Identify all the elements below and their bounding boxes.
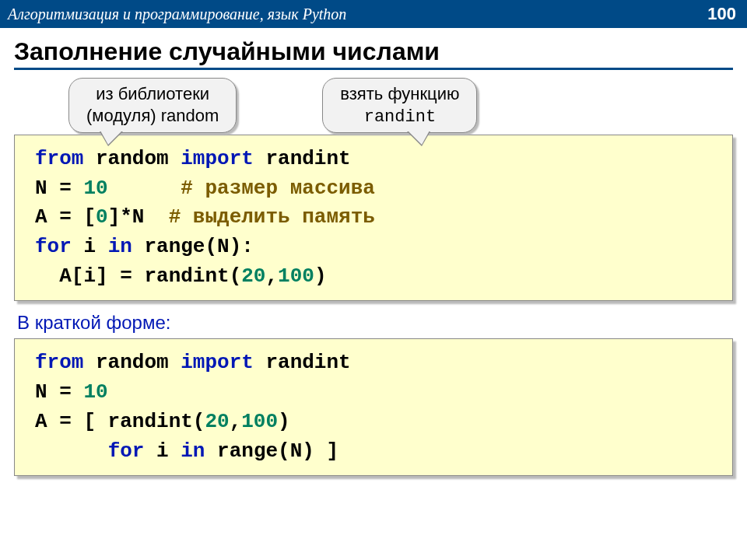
callout-library-line1: из библиотеки: [96, 84, 209, 103]
code-number: 10: [83, 177, 107, 200]
callout-function-line1: взять функцию: [340, 84, 459, 103]
code-block-2: from random import randint N = 10 A = [ …: [14, 338, 733, 476]
code-kw: from: [35, 147, 96, 170]
code-text: ,: [230, 410, 242, 433]
header-title: Алгоритмизация и программирование, язык …: [8, 5, 346, 23]
code-comment: # выделить память: [169, 205, 375, 229]
code-number: 20: [241, 264, 265, 288]
code-text: randint: [265, 147, 350, 170]
code-text: i: [83, 235, 107, 258]
code-kw: in: [181, 439, 217, 463]
code-text: ): [314, 264, 327, 288]
code-block-1: from random import randint N = 10 # разм…: [14, 135, 733, 301]
code-text: random: [96, 147, 181, 170]
code-kw: import: [181, 147, 265, 170]
code-number: 100: [241, 410, 278, 433]
code-text: range(N):: [144, 235, 253, 258]
code-text: ,: [265, 264, 278, 288]
code-number: 0: [96, 205, 108, 229]
code-text: A = [: [35, 205, 96, 229]
code-text: A = [ randint(: [35, 410, 205, 433]
code-text: randint: [265, 351, 350, 374]
slide-header: Алгоритмизация и программирование, язык …: [0, 0, 747, 28]
callout-library: из библиотеки (модуля) random: [68, 78, 237, 133]
code-text: N =: [35, 380, 83, 404]
code-number: 100: [278, 264, 314, 288]
callout-function: взять функцию randint: [322, 78, 477, 133]
code-text: for: [35, 439, 156, 463]
code-kw: for: [35, 235, 83, 258]
code-text: ]*N: [108, 205, 169, 229]
code-text: ): [278, 410, 302, 433]
code-text: random: [96, 351, 181, 374]
code-kw: from: [35, 351, 96, 374]
callout-function-line2: randint: [364, 107, 436, 127]
code-comment: # размер массива: [108, 177, 375, 200]
subtitle-short-form: В краткой форме:: [17, 312, 733, 334]
code-text: A[i] = randint(: [35, 264, 241, 288]
code-kw: import: [181, 351, 265, 374]
callouts-row: из библиотеки (модуля) random взять функ…: [14, 78, 733, 133]
code-kw: in: [108, 235, 145, 258]
code-number: 10: [83, 380, 107, 404]
code-number: 20: [205, 410, 229, 433]
code-text: i: [156, 439, 181, 463]
slide-title: Заполнение случайными числами: [14, 37, 733, 70]
code-text: range(N) ]: [217, 439, 338, 463]
callout-library-line2: (модуля) random: [86, 106, 219, 125]
slide-content: Заполнение случайными числами из библиот…: [0, 28, 747, 476]
code-text: N =: [35, 177, 83, 200]
page-number: 100: [707, 4, 736, 24]
